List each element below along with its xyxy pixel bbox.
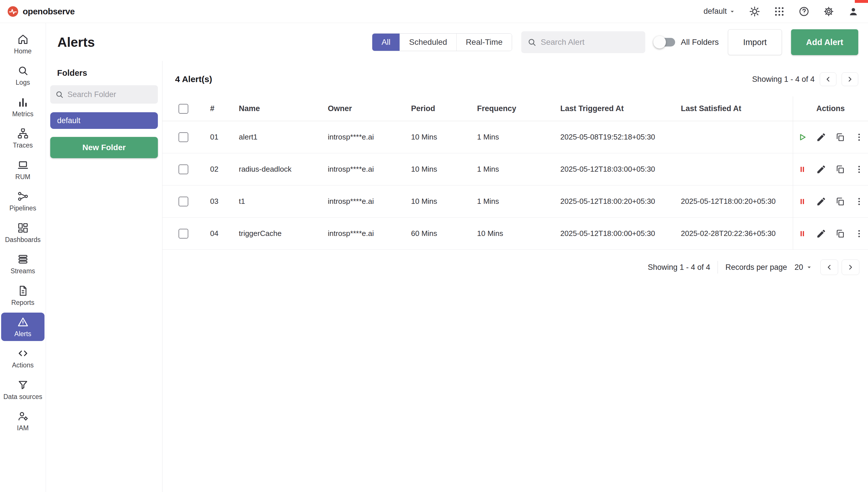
alert-period: 10 Mins xyxy=(411,165,477,174)
sidebar-item-pipelines[interactable]: Pipelines xyxy=(1,187,45,215)
next-page-button-bottom[interactable] xyxy=(842,260,860,275)
alerts-list-area: 4 Alert(s) Showing 1 - 4 of 4 xyxy=(163,61,868,492)
laptop-icon xyxy=(17,159,29,171)
duplicate-alert-icon[interactable] xyxy=(835,196,846,207)
more-actions-icon[interactable] xyxy=(853,131,865,143)
duplicate-alert-icon[interactable] xyxy=(835,228,846,239)
alert-frequency: 10 Mins xyxy=(477,229,560,238)
org-selector-value: default xyxy=(703,7,727,16)
user-profile-icon[interactable] xyxy=(847,5,860,18)
brand-name: openobserve xyxy=(23,7,75,16)
more-actions-icon[interactable] xyxy=(853,196,865,207)
alert-name: radius-deadlock xyxy=(239,165,328,174)
alert-owner: introsp****e.ai xyxy=(328,197,411,206)
sidebar-item-metrics[interactable]: Metrics xyxy=(1,93,45,121)
chevron-down-icon xyxy=(728,8,736,15)
sidebar-item-reports[interactable]: Reports xyxy=(1,281,45,310)
search-icon xyxy=(17,65,29,77)
pause-alert-icon[interactable] xyxy=(796,228,808,239)
list-toolbar: 4 Alert(s) Showing 1 - 4 of 4 xyxy=(163,61,868,96)
col-header-actions: Actions xyxy=(793,96,868,121)
tab-scheduled[interactable]: Scheduled xyxy=(400,33,456,51)
help-icon[interactable] xyxy=(798,5,810,18)
sidebar-item-actions[interactable]: Actions xyxy=(1,344,45,372)
more-actions-icon[interactable] xyxy=(853,228,865,239)
sidebar-item-streams[interactable]: Streams xyxy=(1,250,45,278)
edit-alert-icon[interactable] xyxy=(816,131,827,143)
apps-grid-icon[interactable] xyxy=(773,5,785,18)
folders-panel: Folders default New Folder xyxy=(46,61,163,492)
pipeline-flow-icon xyxy=(17,190,29,202)
search-icon xyxy=(55,90,64,99)
add-alert-button[interactable]: Add Alert xyxy=(791,29,858,55)
sidebar-item-data-sources[interactable]: Data sources xyxy=(1,375,45,404)
tab-real-time[interactable]: Real-Time xyxy=(456,33,512,51)
row-checkbox[interactable] xyxy=(178,132,188,142)
settings-gear-icon[interactable] xyxy=(823,5,835,18)
play-alert-icon[interactable] xyxy=(796,131,808,143)
pause-alert-icon[interactable] xyxy=(796,196,808,207)
sidebar-item-alerts[interactable]: Alerts xyxy=(1,313,45,341)
edit-alert-icon[interactable] xyxy=(816,228,827,239)
more-actions-icon[interactable] xyxy=(853,164,865,175)
row-checkbox[interactable] xyxy=(178,165,188,174)
prev-page-button-bottom[interactable] xyxy=(820,260,838,275)
alert-search-input[interactable] xyxy=(541,38,640,47)
folder-item-default[interactable]: default xyxy=(50,112,158,129)
all-folders-toggle-group: All Folders xyxy=(654,38,719,47)
sidebar-item-dashboards[interactable]: Dashboards xyxy=(1,218,45,247)
alert-search-box xyxy=(521,31,645,53)
openobserve-logo-icon xyxy=(7,5,19,18)
alert-name: alert1 xyxy=(239,132,328,142)
next-page-button-top[interactable] xyxy=(842,72,858,86)
row-number: 02 xyxy=(210,165,239,174)
sidebar-item-logs[interactable]: Logs xyxy=(1,61,45,90)
sidebar-item-label: Actions xyxy=(12,361,33,369)
toggle-knob xyxy=(653,36,666,49)
sidebar-item-home[interactable]: Home xyxy=(1,30,45,58)
page-title: Alerts xyxy=(57,34,95,50)
alert-owner: introsp****e.ai xyxy=(328,165,411,174)
folders-title: Folders xyxy=(50,68,158,78)
brand-logo[interactable]: openobserve xyxy=(7,5,75,18)
table-row: 01 alert1 introsp****e.ai 10 Mins 1 Mins… xyxy=(163,121,868,153)
tab-all[interactable]: All xyxy=(372,33,400,51)
all-folders-toggle[interactable] xyxy=(654,38,675,47)
sidebar-item-label: Streams xyxy=(10,267,35,275)
alert-last-triggered: 2025-05-08T19:52:18+05:30 xyxy=(560,132,681,142)
col-header-period: Period xyxy=(411,104,477,113)
pause-alert-icon[interactable] xyxy=(796,164,808,175)
edit-alert-icon[interactable] xyxy=(816,196,827,207)
new-folder-button[interactable]: New Folder xyxy=(50,137,158,158)
theme-light-icon[interactable] xyxy=(749,5,761,18)
bottom-pagination: Showing 1 - 4 of 4 Records per page 20 xyxy=(163,250,868,275)
import-button[interactable]: Import xyxy=(728,29,782,55)
alert-last-triggered: 2025-05-12T18:03:00+05:30 xyxy=(560,165,681,174)
sidebar-item-traces[interactable]: Traces xyxy=(1,124,45,152)
duplicate-alert-icon[interactable] xyxy=(835,131,846,143)
alert-name: t1 xyxy=(239,197,328,206)
sidebar-item-iam[interactable]: IAM xyxy=(1,407,45,435)
row-number: 04 xyxy=(210,229,239,238)
alert-period: 60 Mins xyxy=(411,229,477,238)
table-row: 03 t1 introsp****e.ai 10 Mins 1 Mins 202… xyxy=(163,186,868,218)
prev-page-button-top[interactable] xyxy=(820,72,837,86)
select-all-checkbox[interactable] xyxy=(178,104,188,114)
row-checkbox[interactable] xyxy=(178,197,188,206)
duplicate-alert-icon[interactable] xyxy=(835,164,846,175)
code-brackets-icon xyxy=(17,347,29,360)
records-per-page-label: Records per page xyxy=(725,263,787,272)
records-per-page-select[interactable]: 20 xyxy=(795,263,813,272)
sidebar-item-rum[interactable]: RUM xyxy=(1,155,45,184)
row-checkbox[interactable] xyxy=(178,229,188,239)
alert-period: 10 Mins xyxy=(411,132,477,142)
chevron-left-icon xyxy=(824,75,833,83)
chevron-down-icon xyxy=(805,264,813,271)
col-header-last-satisfied: Last Satisfied At xyxy=(681,104,793,113)
page-header-row: Alerts All Scheduled Real-Time xyxy=(46,23,868,61)
folder-search-input[interactable] xyxy=(68,90,153,99)
table-header: # Name Owner Period Frequency Last Trigg… xyxy=(163,96,868,121)
edit-alert-icon[interactable] xyxy=(816,164,827,175)
alert-frequency: 1 Mins xyxy=(477,197,560,206)
org-selector[interactable]: default xyxy=(703,7,736,16)
